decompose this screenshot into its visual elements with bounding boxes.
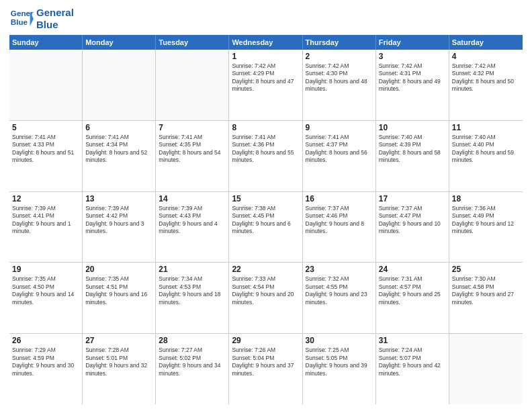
day-number: 28 bbox=[159, 336, 226, 345]
day-number: 24 bbox=[379, 265, 446, 274]
cell-content: Sunrise: 7:41 AM Sunset: 4:35 PM Dayligh… bbox=[159, 134, 226, 165]
cal-cell: 15Sunrise: 7:38 AM Sunset: 4:45 PM Dayli… bbox=[229, 192, 302, 263]
cell-content: Sunrise: 7:34 AM Sunset: 4:53 PM Dayligh… bbox=[159, 275, 226, 306]
cal-cell: 13Sunrise: 7:39 AM Sunset: 4:42 PM Dayli… bbox=[83, 192, 156, 263]
day-number: 17 bbox=[379, 194, 446, 203]
cell-content: Sunrise: 7:25 AM Sunset: 5:05 PM Dayligh… bbox=[306, 347, 373, 377]
cell-content: Sunrise: 7:36 AM Sunset: 4:49 PM Dayligh… bbox=[452, 205, 520, 236]
header-day-friday: Friday bbox=[376, 35, 449, 50]
day-number: 9 bbox=[306, 123, 373, 132]
day-number: 10 bbox=[379, 123, 446, 132]
cal-cell bbox=[83, 50, 156, 120]
page: General Blue General Blue SundayMondayTu… bbox=[0, 0, 532, 411]
day-number: 19 bbox=[12, 265, 79, 274]
day-number: 30 bbox=[306, 336, 373, 345]
cell-content: Sunrise: 7:39 AM Sunset: 4:43 PM Dayligh… bbox=[159, 205, 226, 236]
day-number: 29 bbox=[232, 336, 299, 345]
day-number: 12 bbox=[12, 194, 79, 203]
cell-content: Sunrise: 7:42 AM Sunset: 4:32 PM Dayligh… bbox=[452, 62, 520, 93]
day-number: 11 bbox=[452, 123, 520, 132]
logo: General Blue General Blue bbox=[9, 7, 74, 31]
day-number: 4 bbox=[452, 52, 520, 61]
cal-cell: 5Sunrise: 7:41 AM Sunset: 4:33 PM Daylig… bbox=[9, 121, 83, 191]
cal-cell: 20Sunrise: 7:35 AM Sunset: 4:51 PM Dayli… bbox=[83, 263, 156, 333]
cal-cell: 12Sunrise: 7:39 AM Sunset: 4:41 PM Dayli… bbox=[9, 192, 83, 263]
cell-content: Sunrise: 7:31 AM Sunset: 4:57 PM Dayligh… bbox=[379, 275, 446, 306]
week-row-4: 19Sunrise: 7:35 AM Sunset: 4:50 PM Dayli… bbox=[9, 263, 523, 334]
header: General Blue General Blue bbox=[9, 7, 523, 31]
cal-cell: 30Sunrise: 7:25 AM Sunset: 5:05 PM Dayli… bbox=[303, 334, 376, 404]
day-number: 22 bbox=[232, 265, 299, 274]
cal-cell: 18Sunrise: 7:36 AM Sunset: 4:49 PM Dayli… bbox=[449, 192, 523, 263]
cal-cell: 3Sunrise: 7:42 AM Sunset: 4:31 PM Daylig… bbox=[376, 50, 449, 120]
week-row-3: 12Sunrise: 7:39 AM Sunset: 4:41 PM Dayli… bbox=[9, 192, 523, 263]
header-day-sunday: Sunday bbox=[9, 35, 83, 50]
cell-content: Sunrise: 7:37 AM Sunset: 4:46 PM Dayligh… bbox=[306, 205, 373, 236]
cal-cell: 26Sunrise: 7:29 AM Sunset: 4:59 PM Dayli… bbox=[9, 334, 83, 404]
calendar-header: SundayMondayTuesdayWednesdayThursdayFrid… bbox=[9, 35, 523, 50]
cal-cell bbox=[9, 50, 83, 120]
cell-content: Sunrise: 7:32 AM Sunset: 4:55 PM Dayligh… bbox=[306, 275, 373, 306]
cell-content: Sunrise: 7:38 AM Sunset: 4:45 PM Dayligh… bbox=[232, 205, 299, 236]
cal-cell: 17Sunrise: 7:37 AM Sunset: 4:47 PM Dayli… bbox=[376, 192, 449, 263]
cal-cell: 27Sunrise: 7:28 AM Sunset: 5:01 PM Dayli… bbox=[83, 334, 156, 404]
cell-content: Sunrise: 7:27 AM Sunset: 5:02 PM Dayligh… bbox=[159, 347, 226, 377]
cal-cell: 29Sunrise: 7:26 AM Sunset: 5:04 PM Dayli… bbox=[229, 334, 302, 404]
day-number: 2 bbox=[306, 52, 373, 61]
cal-cell: 21Sunrise: 7:34 AM Sunset: 4:53 PM Dayli… bbox=[156, 263, 229, 333]
cell-content: Sunrise: 7:29 AM Sunset: 4:59 PM Dayligh… bbox=[12, 347, 79, 377]
cell-content: Sunrise: 7:35 AM Sunset: 4:50 PM Dayligh… bbox=[12, 275, 79, 306]
svg-text:Blue: Blue bbox=[11, 17, 28, 26]
day-number: 27 bbox=[85, 336, 152, 345]
cell-content: Sunrise: 7:28 AM Sunset: 5:01 PM Dayligh… bbox=[85, 347, 152, 377]
cell-content: Sunrise: 7:37 AM Sunset: 4:47 PM Dayligh… bbox=[379, 205, 446, 236]
header-day-tuesday: Tuesday bbox=[156, 35, 229, 50]
cell-content: Sunrise: 7:35 AM Sunset: 4:51 PM Dayligh… bbox=[85, 275, 152, 306]
day-number: 1 bbox=[232, 52, 299, 61]
cal-cell: 4Sunrise: 7:42 AM Sunset: 4:32 PM Daylig… bbox=[449, 50, 523, 120]
logo-icon: General Blue bbox=[9, 7, 34, 31]
cal-cell: 1Sunrise: 7:42 AM Sunset: 4:29 PM Daylig… bbox=[229, 50, 302, 120]
cal-cell: 24Sunrise: 7:31 AM Sunset: 4:57 PM Dayli… bbox=[376, 263, 449, 333]
logo-text: General Blue bbox=[36, 7, 74, 31]
cal-cell: 31Sunrise: 7:24 AM Sunset: 5:07 PM Dayli… bbox=[376, 334, 449, 404]
cal-cell: 28Sunrise: 7:27 AM Sunset: 5:02 PM Dayli… bbox=[156, 334, 229, 404]
header-day-wednesday: Wednesday bbox=[229, 35, 302, 50]
cal-cell: 22Sunrise: 7:33 AM Sunset: 4:54 PM Dayli… bbox=[229, 263, 302, 333]
cal-cell: 23Sunrise: 7:32 AM Sunset: 4:55 PM Dayli… bbox=[303, 263, 376, 333]
cal-cell: 6Sunrise: 7:41 AM Sunset: 4:34 PM Daylig… bbox=[83, 121, 156, 191]
cal-cell: 2Sunrise: 7:42 AM Sunset: 4:30 PM Daylig… bbox=[303, 50, 376, 120]
day-number: 15 bbox=[232, 194, 299, 203]
week-row-5: 26Sunrise: 7:29 AM Sunset: 4:59 PM Dayli… bbox=[9, 334, 523, 404]
day-number: 25 bbox=[452, 265, 520, 274]
cell-content: Sunrise: 7:39 AM Sunset: 4:41 PM Dayligh… bbox=[12, 205, 79, 236]
cal-cell bbox=[449, 334, 523, 404]
header-day-thursday: Thursday bbox=[303, 35, 376, 50]
week-row-1: 1Sunrise: 7:42 AM Sunset: 4:29 PM Daylig… bbox=[9, 50, 523, 121]
cell-content: Sunrise: 7:30 AM Sunset: 4:58 PM Dayligh… bbox=[452, 275, 520, 306]
cell-content: Sunrise: 7:39 AM Sunset: 4:42 PM Dayligh… bbox=[85, 205, 152, 236]
cal-cell: 14Sunrise: 7:39 AM Sunset: 4:43 PM Dayli… bbox=[156, 192, 229, 263]
day-number: 5 bbox=[12, 123, 79, 132]
day-number: 23 bbox=[306, 265, 373, 274]
cell-content: Sunrise: 7:41 AM Sunset: 4:34 PM Dayligh… bbox=[85, 134, 152, 165]
cell-content: Sunrise: 7:33 AM Sunset: 4:54 PM Dayligh… bbox=[232, 275, 299, 306]
cal-cell: 8Sunrise: 7:41 AM Sunset: 4:36 PM Daylig… bbox=[229, 121, 302, 191]
day-number: 18 bbox=[452, 194, 520, 203]
cell-content: Sunrise: 7:26 AM Sunset: 5:04 PM Dayligh… bbox=[232, 347, 299, 377]
cell-content: Sunrise: 7:42 AM Sunset: 4:29 PM Dayligh… bbox=[232, 62, 299, 93]
cell-content: Sunrise: 7:41 AM Sunset: 4:33 PM Dayligh… bbox=[12, 134, 79, 165]
week-row-2: 5Sunrise: 7:41 AM Sunset: 4:33 PM Daylig… bbox=[9, 121, 523, 192]
cell-content: Sunrise: 7:41 AM Sunset: 4:37 PM Dayligh… bbox=[306, 134, 373, 165]
day-number: 8 bbox=[232, 123, 299, 132]
cell-content: Sunrise: 7:24 AM Sunset: 5:07 PM Dayligh… bbox=[379, 347, 446, 377]
day-number: 6 bbox=[85, 123, 152, 132]
cal-cell: 9Sunrise: 7:41 AM Sunset: 4:37 PM Daylig… bbox=[303, 121, 376, 191]
cal-cell: 25Sunrise: 7:30 AM Sunset: 4:58 PM Dayli… bbox=[449, 263, 523, 333]
day-number: 7 bbox=[159, 123, 226, 132]
day-number: 31 bbox=[379, 336, 446, 345]
day-number: 26 bbox=[12, 336, 79, 345]
day-number: 14 bbox=[159, 194, 226, 203]
calendar: SundayMondayTuesdayWednesdayThursdayFrid… bbox=[9, 35, 523, 404]
cal-cell: 11Sunrise: 7:40 AM Sunset: 4:40 PM Dayli… bbox=[449, 121, 523, 191]
